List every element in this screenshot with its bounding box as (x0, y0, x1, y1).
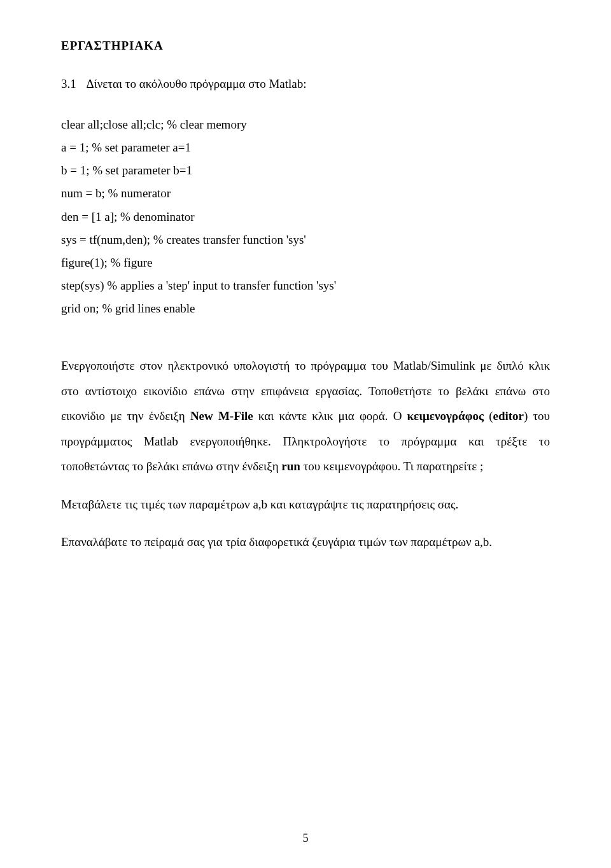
code-block: clear all;close all;clc; % clear memory … (61, 113, 550, 320)
code-line: den = [1 a]; % denominator (61, 206, 550, 228)
code-line: figure(1); % figure (61, 251, 550, 274)
bold-run: run (281, 459, 300, 473)
para1-f: του κειμενογράφου. Τι παρατηρείτε ; (300, 459, 483, 473)
para1-d: ( (484, 409, 493, 423)
code-line: grid on; % grid lines enable (61, 297, 550, 320)
exercise-prompt: 3.1 Δίνεται το ακόλουθο πρόγραμμα στο Ma… (61, 73, 550, 95)
code-line: b = 1; % set parameter b=1 (61, 159, 550, 182)
paragraph-1: Ενεργοποιήστε στον ηλεκτρονικό υπολογιστ… (61, 353, 550, 479)
bold-new-m-file: New M-File (190, 409, 253, 423)
bold-editor-greek: κειμενογράφος (407, 409, 484, 423)
para1-c: και κάντε κλικ μια φορά. Ο (253, 409, 407, 423)
prompt-text: Δίνεται το ακόλουθο πρόγραμμα στο Matlab… (86, 77, 306, 90)
paragraph-2: Μεταβάλετε τις τιμές των παραμέτρων a,b … (61, 492, 550, 517)
section-heading: ΕΡΓΑΣΤΗΡΙΑΚΑ (61, 34, 550, 57)
code-line: num = b; % numerator (61, 182, 550, 205)
paragraph-3: Επαναλάβατε το πείραμά σας για τρία διαφ… (61, 529, 550, 555)
bold-editor-en: editor (493, 409, 524, 423)
item-number: 3.1 (61, 73, 76, 95)
code-line: clear all;close all;clc; % clear memory (61, 113, 550, 136)
code-line: sys = tf(num,den); % creates transfer fu… (61, 228, 550, 251)
code-line: step(sys) % applies a 'step' input to tr… (61, 274, 550, 297)
page-number: 5 (0, 827, 611, 849)
code-line: a = 1; % set parameter a=1 (61, 136, 550, 159)
